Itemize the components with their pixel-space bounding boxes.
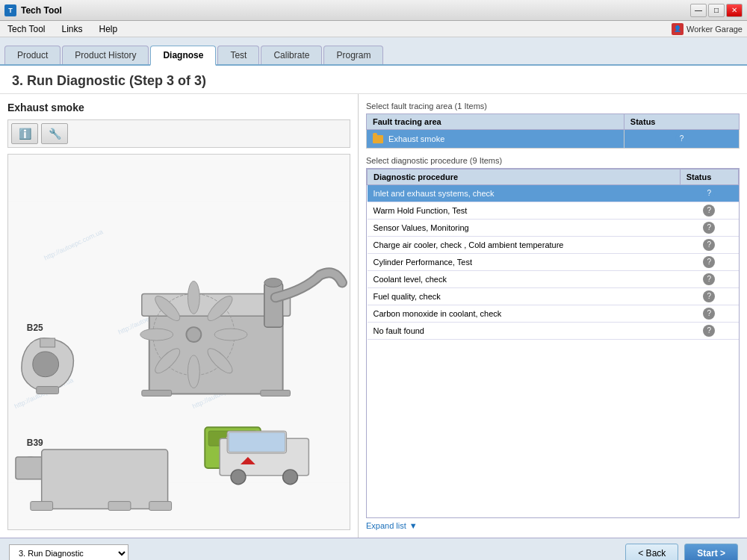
tab-program[interactable]: Program (323, 46, 383, 64)
worker-info: 👤 Worker Garage (672, 23, 743, 35)
fault-table: Fault tracing area Status Exhaust smoke … (366, 113, 740, 149)
diag-status-cell: ? (680, 202, 738, 220)
content-area: Exhaust smoke ℹ️ 🔧 http://autoepc.com.ua… (0, 94, 747, 538)
minimize-button[interactable]: — (690, 4, 707, 17)
engine-diagram: http://autoepc.com.ua http://autoepc.com… (8, 155, 350, 529)
folder-icon (373, 135, 383, 143)
tab-product-history[interactable]: Product History (62, 46, 149, 64)
diag-table: Diagnostic procedure Status Inlet and ex… (367, 169, 739, 340)
menu-tech-tool[interactable]: Tech Tool (4, 22, 48, 36)
tab-product[interactable]: Product (4, 46, 61, 64)
svg-point-18 (187, 355, 199, 388)
fault-section: Select fault tracing area (1 Items) Faul… (366, 102, 740, 149)
expand-chevron-icon: ▼ (409, 521, 418, 530)
bottom-nav: 3. Run Diagnostic < Back Start > (0, 538, 747, 560)
svg-point-38 (231, 470, 246, 485)
diag-procedure-cell: Sensor Values, Monitoring (368, 220, 681, 237)
tab-test[interactable]: Test (217, 46, 259, 64)
svg-point-16 (214, 329, 247, 340)
diag-row[interactable]: Inlet and exhaust systems, check? (368, 185, 739, 202)
svg-rect-23 (261, 391, 291, 396)
diag-section: Select diagnostic procedure (9 Items) Di… (366, 156, 740, 530)
menu-help[interactable]: Help (96, 22, 121, 36)
diag-row[interactable]: Charge air cooler, check , Cold ambient … (368, 237, 739, 254)
diag-row[interactable]: Carbon monoxide in coolant, check? (368, 305, 739, 323)
diag-procedure-cell: Carbon monoxide in coolant, check (368, 305, 681, 323)
fault-col-status: Status (624, 114, 739, 130)
svg-point-14 (187, 281, 199, 314)
window-controls: — □ ✕ (690, 4, 743, 17)
diag-status-icon: ? (703, 222, 715, 234)
back-button[interactable]: < Back (625, 544, 678, 561)
tool-button[interactable]: 🔧 (41, 123, 68, 144)
info-button[interactable]: ℹ️ (11, 123, 38, 144)
diag-status-icon: ? (703, 239, 715, 251)
svg-point-13 (186, 327, 201, 342)
svg-point-20 (140, 329, 173, 340)
diag-col-status: Status (680, 169, 738, 185)
nav-buttons: < Back Start > (625, 544, 738, 561)
diag-row[interactable]: Cylinder Performance, Test? (368, 254, 739, 271)
diag-procedure-cell: Fuel quality, check (368, 288, 681, 305)
diag-status-cell: ? (680, 305, 738, 323)
close-button[interactable]: ✕ (726, 4, 743, 17)
diag-status-cell: ? (680, 323, 738, 340)
diag-col-procedure: Diagnostic procedure (368, 169, 681, 185)
diag-procedure-cell: Cylinder Performance, Test (368, 254, 681, 271)
diagram-area: http://autoepc.com.ua http://autoepc.com… (7, 154, 350, 530)
fault-row-exhaust[interactable]: Exhaust smoke ? (367, 130, 740, 149)
left-panel: Exhaust smoke ℹ️ 🔧 http://autoepc.com.ua… (0, 94, 359, 538)
diag-status-cell: ? (680, 220, 738, 237)
diag-row[interactable]: Warm Hold Function, Test? (368, 202, 739, 220)
page-title: 3. Run Diagnostic (Step 3 of 3) (0, 66, 747, 94)
svg-rect-30 (149, 502, 172, 511)
diag-status-icon: ? (703, 325, 715, 337)
diag-row[interactable]: No fault found? (368, 323, 739, 340)
diag-table-wrap[interactable]: Diagnostic procedure Status Inlet and ex… (366, 168, 740, 518)
diag-procedure-cell: Coolant level, check (368, 271, 681, 288)
svg-rect-22 (142, 391, 172, 396)
exhaust-smoke-title: Exhaust smoke (7, 102, 350, 113)
svg-rect-10 (264, 283, 283, 328)
maximize-button[interactable]: □ (708, 4, 725, 17)
fault-status-cell: ? (624, 130, 739, 149)
svg-text:B39: B39 (27, 438, 43, 448)
status-question-icon: ? (675, 133, 687, 145)
start-button[interactable]: Start > (684, 544, 738, 561)
diag-status-cell: ? (680, 271, 738, 288)
tab-bar: Product Product History Diagnose Test Ca… (0, 37, 747, 66)
diag-status-cell: ? (680, 185, 738, 202)
diag-procedure-cell: Charge air cooler, check , Cold ambient … (368, 237, 681, 254)
main-content: 3. Run Diagnostic (Step 3 of 3) Exhaust … (0, 66, 747, 538)
svg-rect-37 (229, 432, 285, 452)
diag-status-cell: ? (680, 288, 738, 305)
menu-links[interactable]: Links (58, 22, 85, 36)
diag-status-cell: ? (680, 254, 738, 271)
fault-section-title: Select fault tracing area (1 Items) (366, 102, 740, 111)
diag-procedure-cell: No fault found (368, 323, 681, 340)
right-panel: Select fault tracing area (1 Items) Faul… (359, 94, 747, 538)
diag-status-icon: ? (703, 205, 715, 217)
diag-status-icon: ? (703, 273, 715, 285)
diag-status-icon: ? (703, 256, 715, 268)
diag-section-title: Select diagnostic procedure (9 Items) (366, 156, 740, 165)
diag-status-icon: ? (703, 187, 715, 199)
svg-point-11 (264, 279, 282, 287)
app-title: Tech Tool (21, 5, 62, 16)
diag-row[interactable]: Coolant level, check? (368, 271, 739, 288)
expand-link[interactable]: Expand list ▼ (366, 521, 740, 530)
svg-text:B25: B25 (27, 323, 43, 333)
svg-rect-29 (108, 502, 131, 511)
step-select[interactable]: 3. Run Diagnostic (9, 544, 128, 561)
svg-rect-7 (37, 387, 59, 394)
worker-icon: 👤 (672, 23, 684, 35)
diag-procedure-cell: Warm Hold Function, Test (368, 202, 681, 220)
fault-col-area: Fault tracing area (367, 114, 624, 130)
tab-diagnose[interactable]: Diagnose (150, 46, 216, 66)
tab-calibrate[interactable]: Calibrate (261, 46, 322, 64)
diag-status-cell: ? (680, 237, 738, 254)
diag-row[interactable]: Fuel quality, check? (368, 288, 739, 305)
svg-rect-6 (40, 338, 55, 347)
diag-row[interactable]: Sensor Values, Monitoring? (368, 220, 739, 237)
diag-procedure-cell: Inlet and exhaust systems, check (368, 185, 681, 202)
